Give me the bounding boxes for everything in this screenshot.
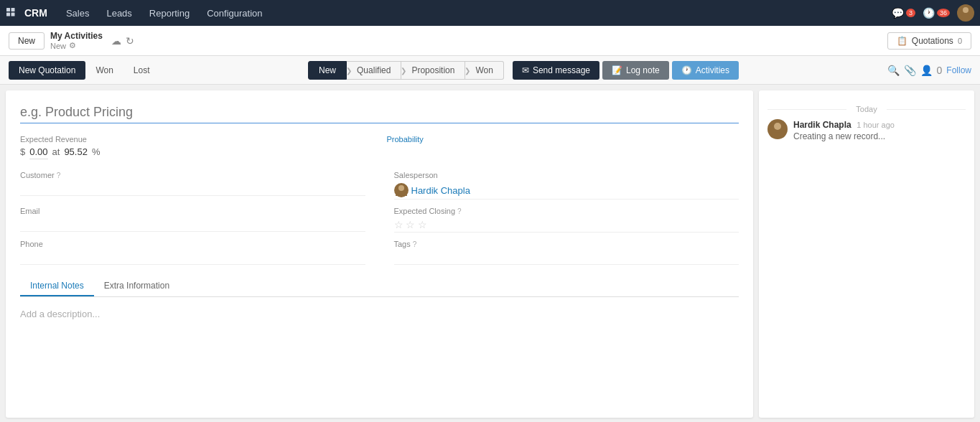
quotations-icon: 📋	[897, 36, 907, 46]
opportunity-title-input[interactable]	[20, 102, 739, 123]
message-avatar	[767, 119, 788, 139]
phone-label: Phone	[20, 240, 43, 248]
nav-sales[interactable]: Sales	[59, 5, 97, 22]
followers-icon[interactable]: 👤	[920, 65, 933, 76]
nav-configuration[interactable]: Configuration	[200, 5, 269, 22]
pipe-stage-won[interactable]: Won	[465, 61, 503, 80]
salesperson-avatar	[394, 183, 409, 197]
email-label: Email	[20, 207, 40, 215]
tags-value[interactable]	[394, 250, 739, 265]
settings-icon[interactable]: ⚙	[69, 41, 76, 50]
svg-rect-0	[6, 8, 10, 11]
tab-extra-information[interactable]: Extra Information	[94, 276, 179, 296]
currency-symbol: $	[20, 146, 25, 157]
salesperson-name: Hardik Chapla	[411, 185, 470, 196]
tab-internal-notes[interactable]: Internal Notes	[20, 276, 94, 296]
paperclip-icon[interactable]: 📎	[904, 65, 916, 76]
salesperson-value[interactable]: Hardik Chapla	[394, 182, 739, 200]
stage-new-quotation[interactable]: New Quotation	[9, 61, 85, 80]
svg-point-6	[774, 123, 781, 130]
expected-revenue-col: Expected Revenue $ 0.00 at 95.52 %	[20, 135, 373, 162]
star-2[interactable]: ☆	[406, 219, 415, 230]
form-tabs: Internal Notes Extra Information	[20, 276, 739, 297]
fields-row-1: Customer ? Salesperson Hardik Chapla	[20, 171, 739, 200]
nav-reporting[interactable]: Reporting	[142, 5, 197, 22]
refresh-icon[interactable]: ↻	[126, 35, 134, 47]
probability-value[interactable]: 95.52	[64, 146, 88, 157]
activities-icon[interactable]: 🕐36	[923, 7, 950, 19]
form-area: Expected Revenue $ 0.00 at 95.52 % Proba…	[6, 90, 753, 418]
svg-rect-3	[11, 13, 15, 17]
new-button[interactable]: New	[9, 32, 45, 50]
today-label: Today	[856, 105, 877, 113]
tags-field: Tags ?	[394, 240, 739, 265]
revenue-probability-row: Expected Revenue $ 0.00 at 95.52 % Proba…	[20, 135, 739, 162]
message-time: 1 hour ago	[857, 121, 895, 129]
description-area[interactable]: Add a description...	[20, 306, 739, 363]
revenue-group: $ 0.00 at 95.52 %	[20, 145, 373, 159]
stage-action-row: New Quotation Won Lost New ❯ Qualified ❯…	[0, 56, 980, 85]
star-3[interactable]: ☆	[418, 219, 427, 230]
phone-field: Phone	[20, 240, 365, 265]
nav-leads[interactable]: Leads	[99, 5, 139, 22]
expected-revenue-label: Expected Revenue	[20, 135, 373, 144]
apps-grid-icon[interactable]	[6, 7, 17, 19]
pipe-stage-new[interactable]: New ❯	[308, 61, 347, 80]
my-activities-sub: New	[50, 42, 66, 50]
message-content: Hardik Chapla 1 hour ago Creating a new …	[793, 119, 966, 141]
right-toolbar: 🔍 📎 👤 0 Follow	[887, 65, 971, 76]
quotations-count: 0	[958, 37, 962, 45]
message-author: Hardik Chapla	[793, 120, 851, 130]
expected-closing-value[interactable]: ☆ ☆ ☆	[394, 217, 739, 233]
customer-value[interactable]	[20, 182, 365, 196]
customer-help-icon[interactable]: ?	[57, 172, 61, 179]
customer-label: Customer	[20, 171, 55, 179]
content-wrapper: Expected Revenue $ 0.00 at 95.52 % Proba…	[0, 85, 980, 422]
pipeline-stages: New ❯ Qualified ❯ Proposition ❯ Won	[308, 61, 504, 80]
activities-button[interactable]: 🕐 Activities	[672, 61, 739, 80]
fields-row-2: Email Expected Closing ? ☆ ☆ ☆	[20, 207, 739, 233]
send-message-button[interactable]: ✉ Send message	[513, 61, 599, 80]
save-cloud-icon[interactable]: ☁	[111, 35, 121, 47]
today-divider: Today	[767, 105, 966, 113]
salesperson-label: Salesperson	[394, 171, 438, 179]
message-text: Creating a new record...	[793, 131, 966, 141]
probability-col: Probability	[387, 135, 739, 145]
user-avatar[interactable]	[957, 4, 974, 22]
chatter-message: Hardik Chapla 1 hour ago Creating a new …	[767, 119, 966, 141]
stage-lost[interactable]: Lost	[123, 61, 160, 80]
tags-label: Tags	[394, 240, 411, 248]
svg-rect-1	[11, 8, 15, 11]
customer-field: Customer ?	[20, 171, 365, 200]
expected-closing-label: Expected Closing	[394, 207, 456, 215]
closing-help-icon[interactable]: ?	[457, 207, 462, 215]
pipe-stage-qualified[interactable]: Qualified ❯	[347, 61, 401, 80]
tags-help-icon[interactable]: ?	[413, 240, 417, 248]
pipe-stage-proposition[interactable]: Proposition ❯	[401, 61, 465, 80]
messages-icon[interactable]: 💬3	[892, 7, 915, 19]
app-name: CRM	[24, 7, 47, 19]
log-icon: 📝	[612, 65, 622, 75]
search-icon[interactable]: 🔍	[887, 65, 900, 76]
activities-clock-icon: 🕐	[681, 65, 692, 75]
revenue-value[interactable]: 0.00	[29, 145, 47, 159]
quotations-label: Quotations	[912, 36, 953, 46]
email-field: Email	[20, 207, 365, 233]
chatter-area: Today Hardik Chapla 1 hour ago Creating …	[759, 90, 974, 418]
phone-value[interactable]	[20, 250, 365, 265]
pipe-arrow-1: ❯	[401, 66, 406, 74]
stage-won[interactable]: Won	[85, 61, 123, 80]
email-value[interactable]	[20, 217, 365, 232]
log-note-button[interactable]: 📝 Log note	[602, 61, 669, 80]
top-navigation: CRM Sales Leads Reporting Configuration …	[0, 0, 980, 26]
star-1[interactable]: ☆	[394, 219, 403, 230]
follow-button[interactable]: Follow	[946, 65, 971, 75]
expected-closing-field: Expected Closing ? ☆ ☆ ☆	[394, 207, 739, 233]
my-activities-section: My Activities New ⚙	[50, 31, 103, 50]
quotations-button[interactable]: 📋 Quotations 0	[887, 32, 971, 50]
pipe-arrow-0: ❯	[346, 66, 352, 74]
svg-rect-2	[6, 13, 10, 17]
sub-toolbar: New My Activities New ⚙ ☁ ↻ 📋 Quotations…	[0, 26, 980, 56]
my-activities-title: My Activities	[50, 31, 103, 41]
salesperson-field: Salesperson Hardik Chapla	[394, 171, 739, 200]
